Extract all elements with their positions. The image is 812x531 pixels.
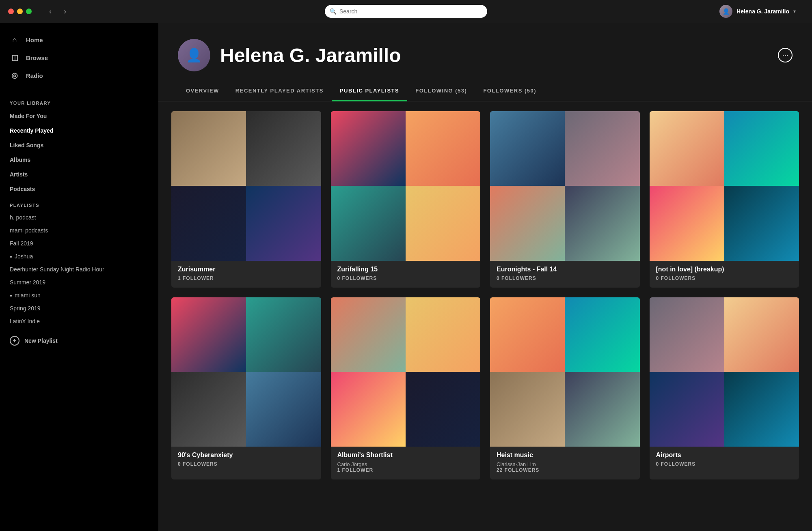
tab-followers[interactable]: FOLLOWERS (50)	[475, 81, 544, 101]
playlist-info: [not in love] (breakup)0 FOLLOWERS	[650, 261, 799, 281]
titlebar: ‹ › 🔍 👤 Helena G. Jaramillo ▾	[0, 0, 812, 23]
playlist-cover	[171, 111, 321, 261]
sidebar: ⌂ Home ◫ Browse ◎ Radio YOUR LIBRARY Mad…	[0, 23, 158, 531]
playlist-card-zurifalling-15[interactable]: Zurifalling 150 FOLLOWERS	[331, 111, 481, 288]
playlist-card-heist-music[interactable]: Heist musicClarissa-Jan Lim22 FOLLOWERS	[490, 297, 640, 480]
playlist-item-h-podcast[interactable]: h. podcast	[0, 211, 158, 224]
playlist-card-albumis-shortlist[interactable]: Albumi's ShortlistCarlo Jörges1 FOLLOWER	[331, 297, 481, 480]
user-info[interactable]: 👤 Helena G. Jaramillo ▾	[719, 5, 796, 18]
sidebar-item-liked-songs[interactable]: Liked Songs	[0, 138, 158, 153]
playlist-title: Albumi's Shortlist	[337, 451, 474, 459]
sidebar-item-radio-label: Radio	[26, 72, 43, 79]
playlist-followers: 0 FOLLOWERS	[337, 275, 474, 281]
playlist-item-summer-2019[interactable]: Summer 2019	[0, 276, 158, 289]
playlist-card-zurisummer[interactable]: Zurisummer1 FOLLOWER	[171, 111, 321, 288]
playlist-info: Albumi's ShortlistCarlo Jörges1 FOLLOWER	[331, 447, 481, 473]
playlist-item-miami-sun[interactable]: ● miami sun	[0, 289, 158, 302]
playlist-info: Euronights - Fall 140 FOLLOWERS	[490, 261, 640, 281]
user-dropdown-icon[interactable]: ▾	[793, 9, 796, 14]
playlist-label: h. podcast	[10, 214, 36, 221]
playlist-card-90s-cyberanxiety[interactable]: 90's Cyberanxiety0 FOLLOWERS	[171, 297, 321, 480]
playlists-section-label: PLAYLISTS	[0, 196, 158, 211]
sidebar-nav: ⌂ Home ◫ Browse ◎ Radio	[0, 31, 158, 84]
playlist-followers: 22 FOLLOWERS	[497, 467, 633, 473]
playlist-cover	[650, 297, 799, 447]
tab-recently-played-artists[interactable]: RECENTLY PLAYED ARTISTS	[227, 81, 332, 101]
browse-icon: ◫	[10, 53, 19, 62]
user-name-label: Helena G. Jaramillo	[736, 8, 789, 15]
plus-icon: +	[10, 336, 19, 346]
playlist-item-latinx-indie[interactable]: LatinX Indie	[0, 315, 158, 328]
playlist-author: Carlo Jörges	[337, 461, 474, 467]
playlist-cover	[490, 111, 640, 261]
playlist-label: Fall 2019	[10, 240, 33, 247]
playlist-followers: 0 FOLLOWERS	[178, 461, 315, 467]
home-icon: ⌂	[10, 35, 19, 45]
playlist-card-not-in-love-breakup[interactable]: [not in love] (breakup)0 FOLLOWERS	[650, 111, 799, 288]
tab-following[interactable]: FOLLOWING (53)	[407, 81, 475, 101]
search-bar[interactable]: 🔍	[325, 5, 487, 18]
radio-icon: ◎	[10, 71, 19, 80]
new-playlist-button[interactable]: + New Playlist	[0, 331, 158, 350]
playlist-item-joshua[interactable]: ● Joshua	[0, 250, 158, 263]
sidebar-item-home[interactable]: ⌂ Home	[10, 31, 149, 49]
playlist-cover	[331, 111, 481, 261]
tab-overview[interactable]: OVERVIEW	[178, 81, 227, 101]
playlist-card-euronights-fall-14[interactable]: Euronights - Fall 140 FOLLOWERS	[490, 111, 640, 288]
sidebar-item-browse[interactable]: ◫ Browse	[10, 49, 149, 67]
playlist-item-spring-2019[interactable]: Spring 2019	[0, 302, 158, 315]
playlist-info: Zurifalling 150 FOLLOWERS	[331, 261, 481, 281]
sidebar-item-recently-played[interactable]: Recently Played	[0, 123, 158, 138]
back-button[interactable]: ‹	[45, 6, 56, 17]
playlist-item-fall-2019[interactable]: Fall 2019	[0, 237, 158, 250]
playlist-followers: 0 FOLLOWERS	[656, 461, 793, 467]
profile-header: 👤 Helena G. Jaramillo ···	[158, 23, 812, 81]
playlist-followers: 1 FOLLOWER	[178, 275, 315, 281]
sidebar-item-podcasts[interactable]: Podcasts	[0, 182, 158, 196]
nav-arrows: ‹ ›	[45, 6, 71, 17]
main-content: 👤 Helena G. Jaramillo ··· OVERVIEW RECEN…	[158, 23, 812, 531]
playlist-cover	[490, 297, 640, 447]
sidebar-item-albums[interactable]: Albums	[0, 153, 158, 167]
playlist-label: Deerhunter Sunday Night Radio Hour	[10, 266, 104, 273]
forward-button[interactable]: ›	[59, 6, 71, 17]
playlist-label: Spring 2019	[10, 305, 41, 312]
playlist-cover	[650, 111, 799, 261]
playlist-label: miami sun	[15, 292, 41, 299]
traffic-lights	[8, 9, 32, 14]
dot-icon: ●	[10, 293, 12, 298]
sidebar-item-artists[interactable]: Artists	[0, 167, 158, 182]
library-section-label: YOUR LIBRARY	[0, 94, 158, 109]
search-icon: 🔍	[330, 8, 337, 15]
playlist-card-airports[interactable]: Airports0 FOLLOWERS	[650, 297, 799, 480]
profile-name: Helena G. Jaramillo	[220, 44, 401, 67]
sidebar-item-made-for-you[interactable]: Made For You	[0, 109, 158, 123]
playlist-followers: 0 FOLLOWERS	[656, 275, 793, 281]
playlist-info: 90's Cyberanxiety0 FOLLOWERS	[171, 447, 321, 467]
playlist-author: Clarissa-Jan Lim	[497, 461, 633, 467]
sidebar-item-home-label: Home	[26, 37, 43, 43]
playlist-label: Joshua	[15, 253, 33, 260]
app-body: ⌂ Home ◫ Browse ◎ Radio YOUR LIBRARY Mad…	[0, 23, 812, 531]
more-options-button[interactable]: ···	[778, 48, 793, 62]
playlist-item-mami-podcasts[interactable]: mami podcasts	[0, 224, 158, 237]
playlist-label: mami podcasts	[10, 227, 48, 234]
close-button[interactable]	[8, 9, 14, 14]
playlist-title: 90's Cyberanxiety	[178, 451, 315, 459]
playlists-section: Zurisummer1 FOLLOWERZurifalling 150 FOLL…	[158, 111, 812, 499]
tab-public-playlists[interactable]: PUBLIC PLAYLISTS	[332, 81, 407, 101]
playlist-info: Heist musicClarissa-Jan Lim22 FOLLOWERS	[490, 447, 640, 473]
playlist-title: Zurisummer	[178, 266, 315, 273]
dot-icon: ●	[10, 254, 12, 259]
fullscreen-button[interactable]	[26, 9, 32, 14]
search-input[interactable]	[325, 5, 487, 18]
new-playlist-label: New Playlist	[24, 338, 58, 344]
playlist-item-deerhunter[interactable]: Deerhunter Sunday Night Radio Hour	[0, 263, 158, 276]
sidebar-item-radio[interactable]: ◎ Radio	[10, 67, 149, 84]
playlists-grid: Zurisummer1 FOLLOWERZurifalling 150 FOLL…	[171, 111, 799, 479]
playlist-title: Heist music	[497, 451, 633, 459]
minimize-button[interactable]	[17, 9, 23, 14]
tabs: OVERVIEW RECENTLY PLAYED ARTISTS PUBLIC …	[158, 81, 812, 101]
playlist-title: Airports	[656, 451, 793, 459]
playlist-cover	[171, 297, 321, 447]
